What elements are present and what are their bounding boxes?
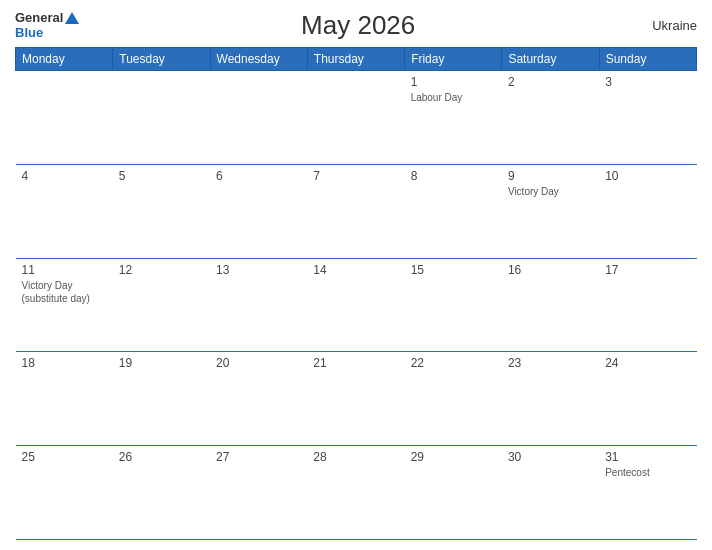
- calendar-cell: 24: [599, 352, 696, 446]
- day-number: 5: [119, 169, 204, 183]
- day-number: 22: [411, 356, 496, 370]
- weekday-header-saturday: Saturday: [502, 48, 599, 71]
- day-number: 6: [216, 169, 301, 183]
- calendar-table: MondayTuesdayWednesdayThursdayFridaySatu…: [15, 47, 697, 540]
- day-number: 24: [605, 356, 690, 370]
- calendar-week-3: 11Victory Day (substitute day)1213141516…: [16, 258, 697, 352]
- calendar-cell: 14: [307, 258, 404, 352]
- calendar-cell: 3: [599, 71, 696, 165]
- day-number: 27: [216, 450, 301, 464]
- calendar-cell: 9Victory Day: [502, 164, 599, 258]
- holiday-name: Victory Day (substitute day): [22, 279, 107, 305]
- day-number: 11: [22, 263, 107, 277]
- calendar-cell: 16: [502, 258, 599, 352]
- weekday-header-monday: Monday: [16, 48, 113, 71]
- day-number: 7: [313, 169, 398, 183]
- day-number: 20: [216, 356, 301, 370]
- calendar-cell: 22: [405, 352, 502, 446]
- calendar-cell: 6: [210, 164, 307, 258]
- calendar-cell: 27: [210, 446, 307, 540]
- calendar-cell: 18: [16, 352, 113, 446]
- calendar-cell: 17: [599, 258, 696, 352]
- day-number: 9: [508, 169, 593, 183]
- calendar-week-4: 18192021222324: [16, 352, 697, 446]
- day-number: 14: [313, 263, 398, 277]
- day-number: 15: [411, 263, 496, 277]
- calendar-cell: 29: [405, 446, 502, 540]
- day-number: 30: [508, 450, 593, 464]
- calendar-cell: [307, 71, 404, 165]
- logo-general-text: General: [15, 11, 63, 25]
- calendar-title: May 2026: [79, 10, 637, 41]
- calendar-cell: [16, 71, 113, 165]
- day-number: 18: [22, 356, 107, 370]
- calendar-cell: 1Labour Day: [405, 71, 502, 165]
- calendar-cell: 11Victory Day (substitute day): [16, 258, 113, 352]
- day-number: 28: [313, 450, 398, 464]
- calendar-cell: 5: [113, 164, 210, 258]
- calendar-week-2: 456789Victory Day10: [16, 164, 697, 258]
- calendar-cell: 10: [599, 164, 696, 258]
- calendar-cell: 26: [113, 446, 210, 540]
- day-number: 3: [605, 75, 690, 89]
- day-number: 12: [119, 263, 204, 277]
- calendar-header: General Blue May 2026 Ukraine: [15, 10, 697, 41]
- country-label: Ukraine: [637, 18, 697, 33]
- weekday-header-tuesday: Tuesday: [113, 48, 210, 71]
- day-number: 23: [508, 356, 593, 370]
- logo-blue-text: Blue: [15, 26, 79, 40]
- calendar-cell: 8: [405, 164, 502, 258]
- day-number: 8: [411, 169, 496, 183]
- holiday-name: Pentecost: [605, 466, 690, 479]
- calendar-cell: 15: [405, 258, 502, 352]
- weekday-header-friday: Friday: [405, 48, 502, 71]
- weekday-header-wednesday: Wednesday: [210, 48, 307, 71]
- calendar-header-row: MondayTuesdayWednesdayThursdayFridaySatu…: [16, 48, 697, 71]
- day-number: 25: [22, 450, 107, 464]
- weekday-header-sunday: Sunday: [599, 48, 696, 71]
- day-number: 10: [605, 169, 690, 183]
- calendar-cell: 28: [307, 446, 404, 540]
- calendar-cell: 12: [113, 258, 210, 352]
- day-number: 21: [313, 356, 398, 370]
- calendar-cell: 21: [307, 352, 404, 446]
- holiday-name: Victory Day: [508, 185, 593, 198]
- day-number: 13: [216, 263, 301, 277]
- holiday-name: Labour Day: [411, 91, 496, 104]
- calendar-cell: 30: [502, 446, 599, 540]
- calendar-cell: 19: [113, 352, 210, 446]
- calendar-cell: [210, 71, 307, 165]
- calendar-page: General Blue May 2026 Ukraine MondayTues…: [0, 0, 712, 550]
- day-number: 16: [508, 263, 593, 277]
- calendar-cell: 20: [210, 352, 307, 446]
- day-number: 4: [22, 169, 107, 183]
- day-number: 19: [119, 356, 204, 370]
- day-number: 26: [119, 450, 204, 464]
- logo-triangle-icon: [65, 12, 79, 24]
- calendar-week-5: 25262728293031Pentecost: [16, 446, 697, 540]
- calendar-cell: 13: [210, 258, 307, 352]
- day-number: 29: [411, 450, 496, 464]
- day-number: 1: [411, 75, 496, 89]
- logo: General Blue: [15, 11, 79, 40]
- day-number: 17: [605, 263, 690, 277]
- calendar-cell: 7: [307, 164, 404, 258]
- calendar-cell: 2: [502, 71, 599, 165]
- calendar-cell: 31Pentecost: [599, 446, 696, 540]
- day-number: 2: [508, 75, 593, 89]
- calendar-week-1: 1Labour Day23: [16, 71, 697, 165]
- calendar-cell: 4: [16, 164, 113, 258]
- calendar-cell: 23: [502, 352, 599, 446]
- calendar-cell: 25: [16, 446, 113, 540]
- calendar-cell: [113, 71, 210, 165]
- weekday-header-thursday: Thursday: [307, 48, 404, 71]
- day-number: 31: [605, 450, 690, 464]
